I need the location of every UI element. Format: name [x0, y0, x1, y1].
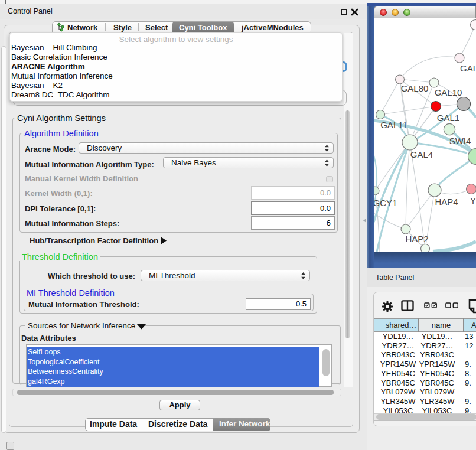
svg-text:SWI4: SWI4 [449, 136, 471, 146]
svg-text:GAL1: GAL1 [437, 113, 459, 123]
svg-text:GCY1: GCY1 [374, 198, 397, 208]
svg-text:HAP2: HAP2 [405, 234, 428, 244]
svg-text:GAL10: GAL10 [435, 87, 462, 97]
svg-text:GAL11: GAL11 [380, 120, 407, 130]
svg-text:GAL7: GAL7 [460, 63, 476, 73]
svg-text:GAL80: GAL80 [401, 83, 429, 93]
svg-text:Y: Y [470, 195, 476, 206]
svg-text:HAP4: HAP4 [435, 197, 458, 207]
svg-text:GAL4: GAL4 [410, 149, 433, 159]
